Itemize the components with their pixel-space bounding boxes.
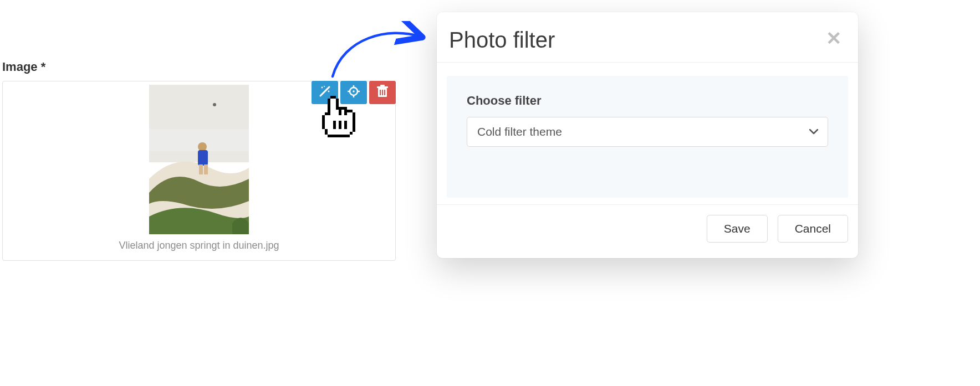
svg-rect-19 xyxy=(380,90,381,95)
svg-rect-20 xyxy=(382,90,383,95)
svg-point-2 xyxy=(213,103,216,106)
svg-rect-17 xyxy=(377,86,388,88)
filter-select-label: Choose filter xyxy=(467,94,828,108)
svg-rect-21 xyxy=(384,90,385,95)
image-thumbnail[interactable] xyxy=(149,85,249,234)
crosshair-icon xyxy=(347,85,360,100)
svg-point-9 xyxy=(324,86,325,87)
svg-rect-18 xyxy=(380,85,385,86)
focus-button[interactable] xyxy=(340,81,367,104)
svg-point-3 xyxy=(198,142,207,151)
modal-footer: Save Cancel xyxy=(437,204,858,247)
photo-filter-modal: Photo filter ✕ Choose filter Cold filter… xyxy=(437,12,858,258)
svg-rect-6 xyxy=(204,164,208,174)
image-toolbar xyxy=(312,81,396,104)
delete-button[interactable] xyxy=(369,81,396,104)
image-field: Image * xyxy=(2,60,396,261)
filter-select[interactable]: Cold filter theme xyxy=(467,117,828,147)
svg-rect-5 xyxy=(199,164,203,174)
modal-header: Photo filter ✕ xyxy=(437,12,858,63)
image-field-label: Image * xyxy=(2,60,396,74)
modal-body: Choose filter Cold filter theme xyxy=(447,76,848,198)
filter-button[interactable] xyxy=(312,81,338,104)
magic-wand-icon xyxy=(318,85,331,100)
modal-title: Photo filter xyxy=(449,28,555,52)
close-icon: ✕ xyxy=(826,28,841,49)
modal-close-button[interactable]: ✕ xyxy=(826,29,841,48)
save-button[interactable]: Save xyxy=(707,215,768,243)
svg-point-7 xyxy=(321,87,323,89)
cancel-button[interactable]: Cancel xyxy=(778,215,848,243)
image-preview-box: Vlieland jongen springt in duinen.jpg xyxy=(2,81,396,261)
image-caption: Vlieland jongen springt in duinen.jpg xyxy=(3,240,395,251)
svg-point-15 xyxy=(353,90,354,92)
svg-point-8 xyxy=(328,91,330,92)
svg-rect-4 xyxy=(198,150,208,166)
trash-icon xyxy=(376,85,389,100)
